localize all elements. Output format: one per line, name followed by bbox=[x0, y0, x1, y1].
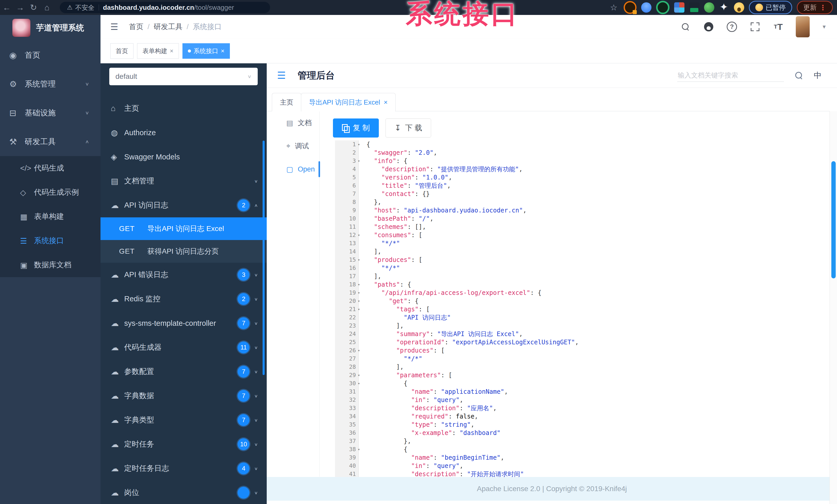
browser-reload-icon[interactable]: ↻ bbox=[27, 3, 40, 12]
breadcrumb-item[interactable]: 首页 bbox=[129, 22, 143, 32]
blue-drop-extension-icon[interactable] bbox=[641, 2, 652, 13]
swagger-item-label: 岗位 bbox=[124, 487, 237, 498]
sidebar-item-系统管理[interactable]: ⚙系统管理∨ bbox=[0, 70, 101, 98]
code-text: { bbox=[359, 379, 407, 388]
search-icon[interactable] bbox=[680, 21, 691, 33]
fold-caret-icon[interactable]: ▾ bbox=[358, 231, 360, 239]
emoji-extension-icon[interactable] bbox=[734, 2, 744, 13]
swagger-item-sys-sms-template-controller[interactable]: ☁sys-sms-template-controller7∨ bbox=[101, 311, 267, 335]
swagger-item-Redis 监控[interactable]: ☁Redis 监控2∨ bbox=[101, 287, 267, 311]
help-icon[interactable]: ? bbox=[726, 21, 737, 33]
fullscreen-icon[interactable] bbox=[749, 21, 761, 33]
swagger-item-API 错误日志[interactable]: ☁API 错误日志3∨ bbox=[101, 263, 267, 287]
dark-bottle-extension-icon[interactable] bbox=[689, 2, 699, 13]
sidebar-scrollbar[interactable] bbox=[263, 141, 265, 375]
fold-caret-icon[interactable]: ▾ bbox=[358, 256, 360, 264]
fold-caret-icon[interactable]: ▾ bbox=[358, 347, 360, 355]
swagger-item-文档管理[interactable]: ▤文档管理∨ bbox=[101, 169, 267, 193]
fold-caret-icon[interactable]: ▾ bbox=[358, 297, 360, 305]
fold-caret-icon[interactable]: ▾ bbox=[358, 280, 360, 289]
green-leaf-extension-icon[interactable] bbox=[704, 2, 714, 13]
close-icon[interactable]: × bbox=[170, 48, 174, 55]
copy-button[interactable]: 复 制 bbox=[333, 118, 379, 137]
download-button[interactable]: ↧ 下 载 bbox=[386, 118, 431, 137]
green-ring-extension-icon[interactable] bbox=[656, 1, 670, 14]
scrollbar-track[interactable] bbox=[830, 111, 837, 504]
sidebar-subitem-代码生成[interactable]: </>代码生成 bbox=[0, 156, 101, 180]
font-size-icon[interactable]: TT bbox=[772, 21, 784, 33]
browser-forward-icon[interactable]: → bbox=[13, 3, 27, 12]
fold-caret-icon[interactable]: ▾ bbox=[358, 445, 360, 453]
search-icon[interactable] bbox=[793, 70, 804, 81]
swagger-item-定时任务日志[interactable]: ☁定时任务日志4∨ bbox=[101, 456, 267, 481]
fold-caret-icon[interactable]: ▾ bbox=[358, 141, 360, 149]
collapse-sidebar-icon[interactable]: ☰ bbox=[277, 70, 286, 81]
swagger-item-参数配置[interactable]: ☁参数配置7∨ bbox=[101, 359, 267, 384]
white-star-extension-icon[interactable] bbox=[719, 2, 729, 13]
swagger-item-岗位[interactable]: ☁岗位∨ bbox=[101, 481, 267, 504]
code-text: "tags": [ bbox=[359, 305, 430, 313]
sidebar-subitem-系统接口[interactable]: ☰系统接口 bbox=[0, 229, 101, 253]
close-icon[interactable]: × bbox=[221, 48, 225, 55]
swagger-item-字典类型[interactable]: ☁字典类型7∨ bbox=[101, 408, 267, 432]
side-tab-Open[interactable]: ▢Open bbox=[267, 157, 319, 181]
swagger-item-定时任务[interactable]: ☁定时任务10∨ bbox=[101, 432, 267, 456]
cloud-icon: ☁ bbox=[111, 319, 124, 328]
tab-主页[interactable]: 主页 bbox=[272, 93, 301, 111]
swagger-item-API 访问日志[interactable]: ☁API 访问日志2∧ bbox=[101, 193, 267, 217]
grid-extension-icon[interactable] bbox=[674, 2, 684, 13]
endpoint-获得API 访问日志分页[interactable]: GET获得API 访问日志分页 bbox=[101, 240, 267, 263]
sidebar-item-基础设施[interactable]: ⊟基础设施∨ bbox=[0, 98, 101, 127]
paused-button[interactable]: 已暂停 bbox=[749, 1, 792, 14]
breadcrumb-item[interactable]: 研发工具 bbox=[154, 22, 182, 32]
address-bar[interactable]: ⚠ 不安全 dashboard.yudao.iocoder.cn /tool/s… bbox=[60, 2, 270, 13]
fold-caret-icon[interactable]: ▾ bbox=[358, 289, 360, 297]
swagger-item-代码生成器[interactable]: ☁代码生成器11∨ bbox=[101, 335, 267, 359]
user-avatar[interactable] bbox=[796, 16, 810, 37]
swagger-sidebar: default ∨ ⌂主页◍Authorize◈Swagger Models▤文… bbox=[101, 63, 267, 504]
close-icon[interactable]: × bbox=[384, 98, 388, 106]
tag-表单构建[interactable]: 表单构建× bbox=[137, 43, 179, 59]
sidebar-item-label: 首页 bbox=[25, 50, 101, 60]
code-text: ], bbox=[359, 272, 381, 280]
sidebar-subitem-数据库文档[interactable]: ▣数据库文档 bbox=[0, 253, 101, 277]
tag-首页[interactable]: 首页 bbox=[110, 43, 133, 59]
side-tab-文档[interactable]: ▤文档 bbox=[267, 111, 319, 134]
swagger-item-字典数据[interactable]: ☁字典数据7∨ bbox=[101, 384, 267, 408]
side-tab-调试[interactable]: ⌖调试 bbox=[267, 134, 319, 157]
sidebar-item-研发工具[interactable]: ⚒研发工具∧ bbox=[0, 127, 101, 156]
code-editor[interactable]: 1▾{2 "swagger": "2.0",3▾ "info": {4 "des… bbox=[335, 141, 830, 477]
fold-caret-icon[interactable]: ▾ bbox=[358, 379, 360, 388]
app-logo-row[interactable]: 芋道管理系统 bbox=[0, 15, 101, 41]
api-group-select[interactable]: default ∨ bbox=[109, 68, 258, 85]
code-line: 1▾{ bbox=[335, 141, 830, 149]
update-label: 更新 bbox=[803, 3, 817, 12]
scrollbar-thumb[interactable] bbox=[831, 161, 836, 278]
chevron-down-icon[interactable]: ▼ bbox=[821, 24, 827, 30]
swagger-item-Swagger Models[interactable]: ◈Swagger Models bbox=[101, 145, 267, 169]
browser-back-icon[interactable]: ← bbox=[0, 3, 13, 12]
fold-caret-icon[interactable]: ▾ bbox=[358, 157, 360, 165]
orange-extension-icon[interactable] bbox=[624, 1, 637, 14]
swagger-item-主页[interactable]: ⌂主页 bbox=[101, 96, 267, 120]
language-toggle[interactable]: 中 bbox=[814, 70, 821, 81]
chevron-down-icon: ∨ bbox=[85, 110, 89, 116]
bookmark-star-icon[interactable]: ☆ bbox=[610, 3, 618, 12]
tag-系统接口[interactable]: 系统接口× bbox=[182, 43, 230, 59]
hamburger-icon[interactable]: ☰ bbox=[110, 22, 118, 32]
tag-label: 首页 bbox=[116, 47, 128, 55]
swagger-item-Authorize[interactable]: ◍Authorize bbox=[101, 120, 267, 145]
copy-label: 复 制 bbox=[353, 123, 370, 133]
github-icon[interactable] bbox=[703, 21, 714, 33]
sidebar-item-首页[interactable]: ◉首页 bbox=[0, 41, 101, 70]
fold-caret-icon[interactable]: ▾ bbox=[358, 305, 360, 313]
tab-导出API 访问日志 Excel[interactable]: 导出API 访问日志 Excel× bbox=[301, 93, 395, 112]
count-badge: 11 bbox=[237, 341, 249, 353]
fold-caret-icon[interactable]: ▾ bbox=[358, 371, 360, 379]
doc-search-input[interactable] bbox=[677, 69, 784, 82]
sidebar-subitem-表单构建[interactable]: ▦表单构建 bbox=[0, 204, 101, 229]
sidebar-subitem-代码生成示例[interactable]: ◇代码生成示例 bbox=[0, 180, 101, 204]
endpoint-导出API 访问日志 Excel[interactable]: GET导出API 访问日志 Excel bbox=[101, 217, 267, 240]
update-button[interactable]: 更新 ⋮ bbox=[797, 1, 833, 14]
browser-home-icon[interactable]: ⌂ bbox=[40, 3, 54, 12]
